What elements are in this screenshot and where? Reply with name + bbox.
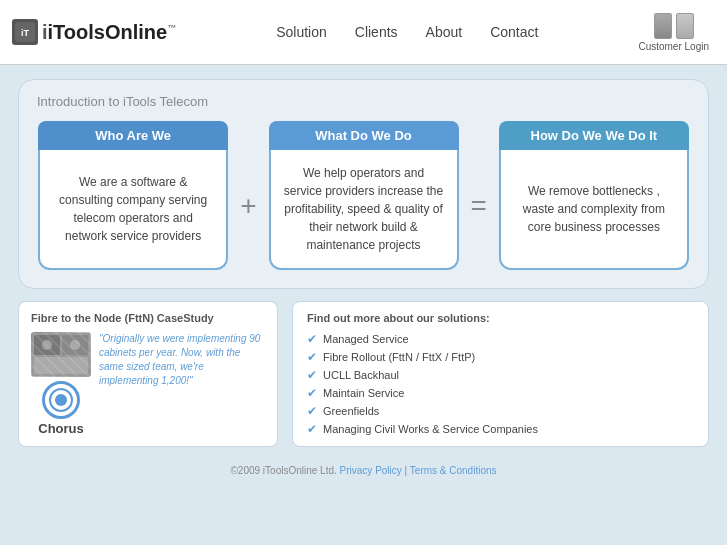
- svg-rect-5: [34, 357, 88, 374]
- box-who: Who Are We We are a software & consultin…: [38, 121, 228, 270]
- case-study-card: Fibre to the Node (FttN) CaseStudy: [18, 301, 278, 447]
- main-nav: Solution Clients About Contact: [276, 24, 538, 40]
- solution-label-2: Fibre Rollout (FttN / FttX / FttP): [323, 351, 475, 363]
- login-icon-person: [654, 13, 672, 39]
- check-icon-2: ✔: [307, 350, 317, 364]
- check-icon-1: ✔: [307, 332, 317, 346]
- chorus-name: Chorus: [38, 421, 84, 436]
- solution-item-2: ✔ Fibre Rollout (FttN / FttX / FttP): [307, 350, 694, 364]
- login-icon-key: [676, 13, 694, 39]
- logo-icon: iT: [12, 19, 38, 45]
- nav-contact-link[interactable]: Contact: [490, 24, 538, 40]
- svg-text:iT: iT: [21, 28, 30, 38]
- chorus-circle-logo: [42, 381, 80, 419]
- solution-item-4: ✔ Maintain Service: [307, 386, 694, 400]
- solution-label-3: UCLL Backhaul: [323, 369, 399, 381]
- solution-item-3: ✔ UCLL Backhaul: [307, 368, 694, 382]
- case-study-title: Fibre to the Node (FttN) CaseStudy: [31, 312, 265, 324]
- solutions-list: ✔ Managed Service ✔ Fibre Rollout (FttN …: [307, 332, 694, 436]
- box-how-header: How Do We We Do It: [499, 121, 689, 150]
- chorus-logo: Chorus: [31, 332, 91, 436]
- solution-label-4: Maintain Service: [323, 387, 404, 399]
- logo-text: iiToolsOnline™: [42, 21, 176, 44]
- check-icon-4: ✔: [307, 386, 317, 400]
- solution-label-6: Managing Civil Works & Service Companies: [323, 423, 538, 435]
- box-how-body: We remove bottlenecks , waste and comple…: [499, 150, 689, 270]
- box-who-body: We are a software & consulting company s…: [38, 150, 228, 270]
- case-study-body: Chorus "Originally we were implementing …: [31, 332, 265, 436]
- intro-title: Introduction to iTools Telecom: [37, 94, 690, 109]
- footer-terms-link[interactable]: Terms & Conditions: [410, 465, 497, 476]
- footer-copyright: ©2009 iToolsOnline Ltd.: [230, 465, 336, 476]
- check-icon-3: ✔: [307, 368, 317, 382]
- footer-privacy-link[interactable]: Privacy Policy: [340, 465, 402, 476]
- svg-point-7: [70, 340, 80, 350]
- footer: ©2009 iToolsOnline Ltd. Privacy Policy |…: [18, 459, 709, 476]
- plus-sign: +: [236, 190, 260, 222]
- boxes-row: Who Are We We are a software & consultin…: [37, 121, 690, 270]
- box-what-body: We help operators and service providers …: [269, 150, 459, 270]
- box-how: How Do We We Do It We remove bottlenecks…: [499, 121, 689, 270]
- header: iT iiToolsOnline™ Solution Clients About…: [0, 0, 727, 65]
- customer-login-label: Customer Login: [638, 41, 709, 52]
- bottom-row: Fibre to the Node (FttN) CaseStudy: [18, 301, 709, 447]
- svg-rect-3: [34, 335, 60, 355]
- solutions-card: Find out more about our solutions: ✔ Man…: [292, 301, 709, 447]
- solution-item-1: ✔ Managed Service: [307, 332, 694, 346]
- nav-solution-link[interactable]: Solution: [276, 24, 327, 40]
- solution-item-5: ✔ Greenfields: [307, 404, 694, 418]
- nav-about-link[interactable]: About: [426, 24, 463, 40]
- solution-item-6: ✔ Managing Civil Works & Service Compani…: [307, 422, 694, 436]
- svg-rect-2: [32, 333, 90, 376]
- svg-point-6: [42, 340, 52, 350]
- chorus-image: [31, 332, 91, 377]
- svg-rect-4: [62, 335, 88, 355]
- solution-label-5: Greenfields: [323, 405, 379, 417]
- intro-card: Introduction to iTools Telecom Who Are W…: [18, 79, 709, 289]
- solutions-title: Find out more about our solutions:: [307, 312, 694, 324]
- logo-area: iT iiToolsOnline™: [12, 19, 176, 45]
- customer-login-button[interactable]: Customer Login: [638, 13, 709, 52]
- main-content: Introduction to iTools Telecom Who Are W…: [0, 65, 727, 490]
- check-icon-6: ✔: [307, 422, 317, 436]
- box-what-header: What Do We Do: [269, 121, 459, 150]
- check-icon-5: ✔: [307, 404, 317, 418]
- case-quote: "Originally we were implementing 90 cabi…: [99, 332, 265, 388]
- footer-separator: |: [405, 465, 408, 476]
- box-who-header: Who Are We: [38, 121, 228, 150]
- equals-sign: =: [467, 190, 491, 222]
- box-what: What Do We Do We help operators and serv…: [269, 121, 459, 270]
- solution-label-1: Managed Service: [323, 333, 409, 345]
- nav-clients-link[interactable]: Clients: [355, 24, 398, 40]
- login-icons: [654, 13, 694, 39]
